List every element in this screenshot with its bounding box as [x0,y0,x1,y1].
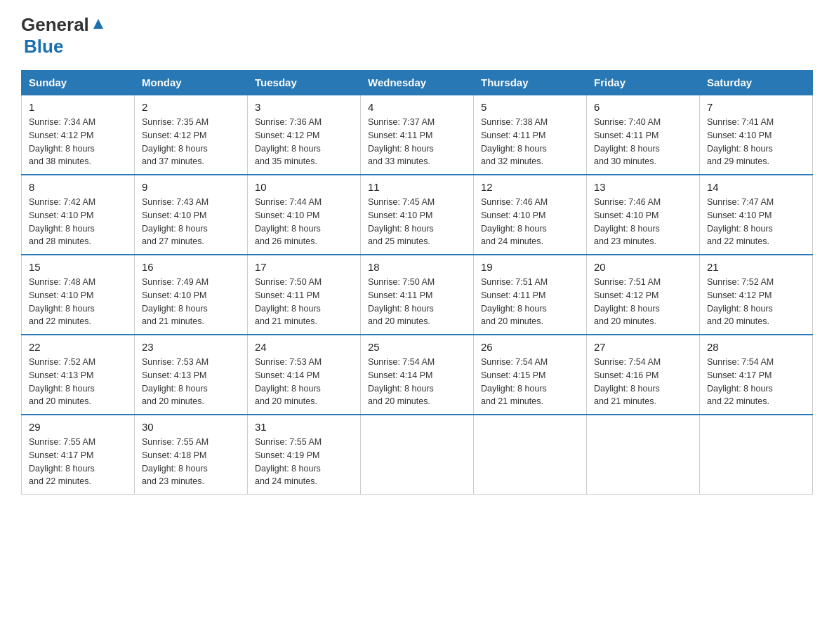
day-info: Sunrise: 7:44 AMSunset: 4:10 PMDaylight:… [255,196,353,248]
calendar-cell: 30Sunrise: 7:55 AMSunset: 4:18 PMDayligh… [135,415,248,495]
day-number: 20 [594,261,692,273]
calendar-cell [587,415,700,495]
day-info: Sunrise: 7:54 AMSunset: 4:15 PMDaylight:… [481,356,579,408]
day-number: 8 [29,181,127,193]
day-info: Sunrise: 7:48 AMSunset: 4:10 PMDaylight:… [29,276,127,328]
calendar-cell [361,415,474,495]
calendar-cell: 9Sunrise: 7:43 AMSunset: 4:10 PMDaylight… [135,175,248,255]
header-saturday: Saturday [700,71,813,95]
day-number: 31 [255,421,353,433]
svg-marker-0 [93,19,103,29]
header-thursday: Thursday [474,71,587,95]
week-row-1: 1Sunrise: 7:34 AMSunset: 4:12 PMDaylight… [22,95,813,175]
header-friday: Friday [587,71,700,95]
week-row-3: 15Sunrise: 7:48 AMSunset: 4:10 PMDayligh… [22,255,813,335]
calendar-table: SundayMondayTuesdayWednesdayThursdayFrid… [21,70,813,495]
day-info: Sunrise: 7:51 AMSunset: 4:12 PMDaylight:… [594,276,692,328]
day-info: Sunrise: 7:52 AMSunset: 4:13 PMDaylight:… [29,356,127,408]
week-row-5: 29Sunrise: 7:55 AMSunset: 4:17 PMDayligh… [22,415,813,495]
day-info: Sunrise: 7:36 AMSunset: 4:12 PMDaylight:… [255,116,353,168]
calendar-cell: 13Sunrise: 7:46 AMSunset: 4:10 PMDayligh… [587,175,700,255]
calendar-cell: 8Sunrise: 7:42 AMSunset: 4:10 PMDaylight… [22,175,135,255]
calendar-cell: 15Sunrise: 7:48 AMSunset: 4:10 PMDayligh… [22,255,135,335]
day-info: Sunrise: 7:46 AMSunset: 4:10 PMDaylight:… [481,196,579,248]
calendar-cell: 2Sunrise: 7:35 AMSunset: 4:12 PMDaylight… [135,95,248,175]
day-number: 16 [142,261,240,273]
day-number: 14 [707,181,805,193]
day-info: Sunrise: 7:55 AMSunset: 4:18 PMDaylight:… [142,436,240,488]
day-info: Sunrise: 7:50 AMSunset: 4:11 PMDaylight:… [368,276,466,328]
day-info: Sunrise: 7:40 AMSunset: 4:11 PMDaylight:… [594,116,692,168]
day-number: 3 [255,101,353,113]
calendar-cell: 14Sunrise: 7:47 AMSunset: 4:10 PMDayligh… [700,175,813,255]
day-info: Sunrise: 7:35 AMSunset: 4:12 PMDaylight:… [142,116,240,168]
day-info: Sunrise: 7:53 AMSunset: 4:13 PMDaylight:… [142,356,240,408]
calendar-cell: 12Sunrise: 7:46 AMSunset: 4:10 PMDayligh… [474,175,587,255]
logo-triangle-icon [91,16,106,32]
calendar-cell: 22Sunrise: 7:52 AMSunset: 4:13 PMDayligh… [22,335,135,415]
calendar-cell: 23Sunrise: 7:53 AMSunset: 4:13 PMDayligh… [135,335,248,415]
day-number: 21 [707,261,805,273]
calendar-cell: 21Sunrise: 7:52 AMSunset: 4:12 PMDayligh… [700,255,813,335]
day-info: Sunrise: 7:34 AMSunset: 4:12 PMDaylight:… [29,116,127,168]
calendar-cell: 31Sunrise: 7:55 AMSunset: 4:19 PMDayligh… [248,415,361,495]
calendar-cell: 27Sunrise: 7:54 AMSunset: 4:16 PMDayligh… [587,335,700,415]
day-number: 9 [142,181,240,193]
day-number: 13 [594,181,692,193]
day-info: Sunrise: 7:45 AMSunset: 4:10 PMDaylight:… [368,196,466,248]
header-sunday: Sunday [22,71,135,95]
day-info: Sunrise: 7:42 AMSunset: 4:10 PMDaylight:… [29,196,127,248]
header-tuesday: Tuesday [248,71,361,95]
day-info: Sunrise: 7:41 AMSunset: 4:10 PMDaylight:… [707,116,805,168]
calendar-cell: 20Sunrise: 7:51 AMSunset: 4:12 PMDayligh… [587,255,700,335]
day-info: Sunrise: 7:49 AMSunset: 4:10 PMDaylight:… [142,276,240,328]
day-info: Sunrise: 7:50 AMSunset: 4:11 PMDaylight:… [255,276,353,328]
calendar-cell: 26Sunrise: 7:54 AMSunset: 4:15 PMDayligh… [474,335,587,415]
logo: General Blue [21,14,106,58]
day-info: Sunrise: 7:53 AMSunset: 4:14 PMDaylight:… [255,356,353,408]
day-number: 1 [29,101,127,113]
day-info: Sunrise: 7:54 AMSunset: 4:16 PMDaylight:… [594,356,692,408]
day-info: Sunrise: 7:38 AMSunset: 4:11 PMDaylight:… [481,116,579,168]
day-number: 27 [594,341,692,353]
calendar-cell: 29Sunrise: 7:55 AMSunset: 4:17 PMDayligh… [22,415,135,495]
day-number: 2 [142,101,240,113]
day-number: 12 [481,181,579,193]
day-number: 28 [707,341,805,353]
day-number: 29 [29,421,127,433]
day-number: 26 [481,341,579,353]
day-info: Sunrise: 7:55 AMSunset: 4:19 PMDaylight:… [255,436,353,488]
calendar-cell: 17Sunrise: 7:50 AMSunset: 4:11 PMDayligh… [248,255,361,335]
calendar-cell: 16Sunrise: 7:49 AMSunset: 4:10 PMDayligh… [135,255,248,335]
day-number: 4 [368,101,466,113]
calendar-cell: 5Sunrise: 7:38 AMSunset: 4:11 PMDaylight… [474,95,587,175]
calendar-cell: 1Sunrise: 7:34 AMSunset: 4:12 PMDaylight… [22,95,135,175]
calendar-cell: 25Sunrise: 7:54 AMSunset: 4:14 PMDayligh… [361,335,474,415]
day-number: 24 [255,341,353,353]
day-info: Sunrise: 7:51 AMSunset: 4:11 PMDaylight:… [481,276,579,328]
header-monday: Monday [135,71,248,95]
day-info: Sunrise: 7:46 AMSunset: 4:10 PMDaylight:… [594,196,692,248]
calendar-cell: 18Sunrise: 7:50 AMSunset: 4:11 PMDayligh… [361,255,474,335]
day-info: Sunrise: 7:43 AMSunset: 4:10 PMDaylight:… [142,196,240,248]
logo-general: General [21,14,89,36]
day-info: Sunrise: 7:52 AMSunset: 4:12 PMDaylight:… [707,276,805,328]
header-wednesday: Wednesday [361,71,474,95]
week-row-4: 22Sunrise: 7:52 AMSunset: 4:13 PMDayligh… [22,335,813,415]
day-info: Sunrise: 7:55 AMSunset: 4:17 PMDaylight:… [29,436,127,488]
day-info: Sunrise: 7:47 AMSunset: 4:10 PMDaylight:… [707,196,805,248]
day-number: 6 [594,101,692,113]
calendar-cell: 3Sunrise: 7:36 AMSunset: 4:12 PMDaylight… [248,95,361,175]
calendar-cell: 28Sunrise: 7:54 AMSunset: 4:17 PMDayligh… [700,335,813,415]
calendar-cell: 11Sunrise: 7:45 AMSunset: 4:10 PMDayligh… [361,175,474,255]
week-row-2: 8Sunrise: 7:42 AMSunset: 4:10 PMDaylight… [22,175,813,255]
header-row: SundayMondayTuesdayWednesdayThursdayFrid… [22,71,813,95]
day-number: 30 [142,421,240,433]
day-number: 7 [707,101,805,113]
day-number: 19 [481,261,579,273]
header: General Blue [21,14,813,58]
calendar-cell [700,415,813,495]
day-number: 23 [142,341,240,353]
day-number: 25 [368,341,466,353]
calendar-cell: 10Sunrise: 7:44 AMSunset: 4:10 PMDayligh… [248,175,361,255]
